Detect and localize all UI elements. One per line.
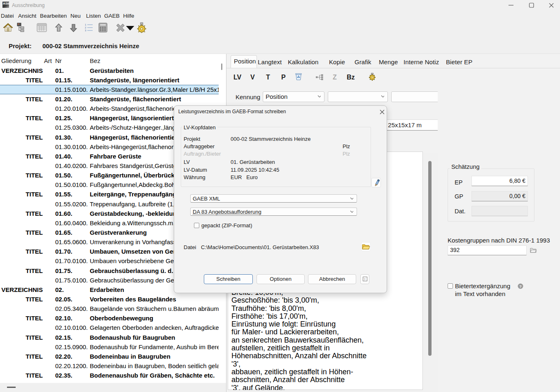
svg-text:?: ? (519, 285, 522, 289)
svg-text:2: 2 (85, 26, 86, 29)
svg-text:?: ? (364, 278, 366, 281)
svg-text:1: 1 (85, 23, 86, 26)
svg-text:3: 3 (85, 29, 86, 32)
